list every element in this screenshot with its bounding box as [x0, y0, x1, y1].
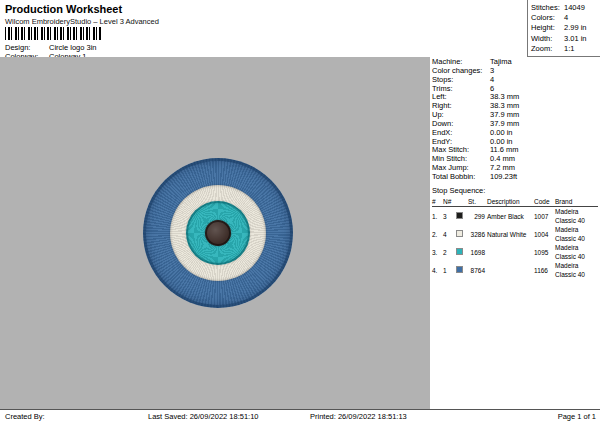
- thread-number: 3286: [468, 230, 485, 239]
- swatch-cell: [456, 248, 466, 257]
- design-name-row: Design:Circle logo 3in: [5, 43, 97, 52]
- summary-value: 1:1: [564, 44, 574, 54]
- thread-number: 1698: [468, 248, 485, 257]
- machine-info-panel: Machine:Tajima Color changes:3 Stops:4 T…: [432, 58, 598, 182]
- thread-number: 8764: [468, 266, 485, 275]
- eye-iris-ring: [186, 201, 250, 265]
- thread-code: 1007: [534, 212, 553, 221]
- summary-value: 4: [564, 13, 568, 23]
- thread-description: Amber Black: [487, 212, 532, 221]
- summary-value: 2.99 in: [564, 23, 587, 33]
- summary-row-zoom: Zoom: 1:1: [531, 44, 600, 54]
- col-description: Description: [487, 197, 532, 206]
- thread-number: 299: [468, 212, 485, 221]
- summary-row-colors: Colors: 4: [531, 13, 600, 23]
- summary-value: 3.01 in: [564, 34, 587, 44]
- info-value: 109.23ft: [490, 173, 517, 182]
- thread-brand: Madeira Classic 40: [555, 225, 598, 243]
- thread-code: 1095: [534, 248, 553, 257]
- needle-num: 2: [443, 248, 454, 257]
- stop-sequence-panel: Stop Sequence: # N# St. Description Code…: [432, 186, 598, 279]
- needle-num: 3: [443, 212, 454, 221]
- summary-value: 14049: [564, 3, 585, 13]
- thread-swatch: [456, 266, 463, 273]
- design-value: Circle logo 3in: [49, 43, 97, 52]
- thread-swatch: [456, 212, 463, 219]
- stop-sequence-header-row: # N# St. Description Code Brand: [432, 197, 598, 207]
- eye-outer-ring: [143, 158, 293, 308]
- summary-row-height: Height: 2.99 in: [531, 23, 600, 33]
- seq-num: 1.: [432, 212, 441, 221]
- info-row-down: Down:37.9 mm: [432, 120, 598, 129]
- design-summary-box: Stitches: 14049 Colors: 4 Height: 2.99 i…: [527, 0, 600, 57]
- summary-label: Width:: [531, 34, 564, 44]
- thread-brand: Madeira Classic 40: [555, 261, 598, 279]
- seq-num: 4.: [432, 266, 441, 275]
- col-st: St.: [468, 197, 485, 206]
- barcode: [5, 27, 102, 40]
- col-seq: #: [432, 197, 441, 206]
- stop-sequence-row: 1. 3 299 Amber Black 1007 Madeira Classi…: [432, 207, 598, 225]
- eye-white-ring: [170, 185, 266, 281]
- footer-divider: [0, 409, 600, 410]
- col-brand: Brand: [555, 197, 598, 206]
- seq-num: 3.: [432, 248, 441, 257]
- embroidery-design: [143, 158, 293, 308]
- thread-swatch: [456, 230, 463, 237]
- info-row-total-bobbin: Total Bobbin:109.23ft: [432, 173, 598, 182]
- thread-description: Natural White: [487, 230, 532, 239]
- stop-sequence-row: 3. 2 1698 1095 Madeira Classic 40: [432, 243, 598, 261]
- footer-last-saved: Last Saved: 26/09/2022 18:51:10: [148, 412, 259, 421]
- summary-label: Height:: [531, 23, 564, 33]
- page-title: Production Worksheet: [5, 3, 122, 15]
- stop-sequence-row: 4. 1 8764 1166 Madeira Classic 40: [432, 261, 598, 279]
- info-row-color-changes: Color changes:3: [432, 67, 598, 76]
- summary-row-width: Width: 3.01 in: [531, 34, 600, 44]
- thread-code: 1166: [534, 266, 553, 275]
- thread-brand: Madeira Classic 40: [555, 243, 598, 261]
- thread-brand: Madeira Classic 40: [555, 207, 598, 225]
- info-row-stops: Stops:4: [432, 76, 598, 85]
- needle-num: 4: [443, 230, 454, 239]
- design-label: Design:: [5, 43, 49, 52]
- app-subtitle: Wilcom EmbroideryStudio – Level 3 Advanc…: [5, 17, 159, 26]
- stop-sequence-title: Stop Sequence:: [432, 186, 598, 195]
- swatch-cell: [456, 230, 466, 239]
- production-worksheet-page: Production Worksheet Wilcom EmbroiderySt…: [0, 0, 600, 424]
- info-label: Total Bobbin:: [432, 173, 490, 182]
- needle-num: 1: [443, 266, 454, 275]
- info-row-endx: EndX:0.00 in: [432, 129, 598, 138]
- summary-label: Stitches:: [531, 3, 564, 13]
- seq-num: 2.: [432, 230, 441, 239]
- summary-label: Colors:: [531, 13, 564, 23]
- col-needle: N#: [443, 197, 454, 206]
- swatch-cell: [456, 212, 466, 221]
- col-code: Code: [534, 197, 553, 206]
- design-canvas: [0, 57, 430, 409]
- stop-sequence-row: 2. 4 3286 Natural White 1004 Madeira Cla…: [432, 225, 598, 243]
- thread-code: 1004: [534, 230, 553, 239]
- footer-printed: Printed: 26/09/2022 18:51:13: [310, 412, 407, 421]
- eye-pupil: [205, 220, 231, 246]
- summary-row-stitches: Stitches: 14049: [531, 3, 600, 13]
- footer-created-by: Created By:: [5, 412, 45, 421]
- footer-page-number: Page 1 of 1: [558, 412, 596, 421]
- swatch-cell: [456, 266, 466, 275]
- thread-swatch: [456, 248, 463, 255]
- summary-label: Zoom:: [531, 44, 564, 54]
